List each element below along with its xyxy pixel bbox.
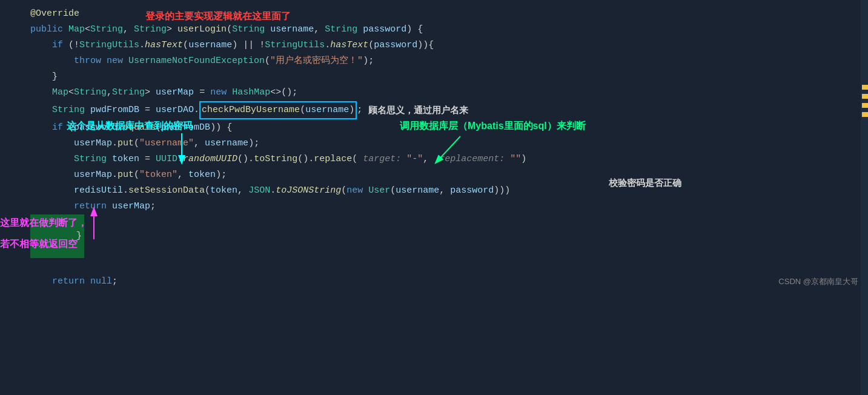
code-line-15: return null;	[30, 274, 856, 290]
annotation-judge1: 这里就在做判断了，	[0, 215, 87, 231]
scrollbar-marker-2	[862, 94, 868, 99]
code-line-7: String pwdFromDB = userDAO.checkPwdByUse…	[30, 101, 856, 120]
annotation-db-layer: 调用数据库层（Mybatis里面的sql）来判断	[400, 118, 586, 134]
code-line-blank	[30, 258, 856, 274]
watermark: CSDN @京都南皇大哥	[778, 276, 858, 288]
annotation-login-logic: 登录的主要实现逻辑就在这里面了	[145, 8, 291, 24]
code-line-9: userMap.put("username", username);	[30, 136, 856, 151]
annotation-judge2: 若不相等就返回空	[0, 236, 78, 252]
annotation-db-password: 这个是从数据库中查到的密码	[67, 118, 193, 134]
scrollbar[interactable]	[861, 0, 868, 395]
code-line-6: Map<String,String> userMap = new HashMap…	[30, 85, 856, 101]
highlight-check-pwd: checkPwdByUsername(username)	[199, 101, 357, 119]
scrollbar-marker-1	[862, 85, 868, 90]
annotation-check-meaning: 校验密码是否正确	[609, 176, 681, 190]
code-line-10: String token = UUID.randomUUID().toStrin…	[30, 151, 856, 167]
code-line-13: return userMap;	[30, 199, 856, 214]
scrollbar-marker-4	[862, 112, 868, 117]
code-line-12: redisUtil.setSessionData(token, JSON.toJ…	[30, 183, 856, 199]
code-line-4: throw new UsernameNotFoundException("用户名…	[30, 53, 856, 69]
override-annotation: @Override	[30, 7, 79, 21]
code-line-5: }	[30, 69, 856, 85]
scrollbar-marker-3	[862, 103, 868, 108]
code-line-2: public Map<String, String> userLogin(Str…	[30, 22, 856, 38]
code-line-11: userMap.put("token", token);	[30, 167, 856, 183]
code-line-3: if (!StringUtils.hasText(username) || !S…	[30, 38, 856, 53]
